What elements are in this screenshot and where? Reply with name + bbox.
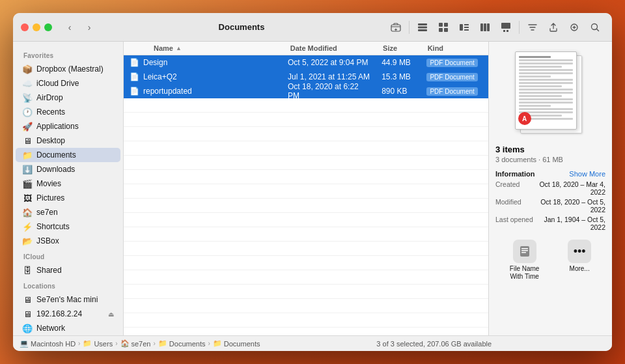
kind-badge: PDF Document <box>426 87 477 96</box>
file-row-reportupdated[interactable]: 📄 reportupdated Oct 18, 2020 at 6:22 PM … <box>124 84 488 98</box>
breadcrumb-documents[interactable]: 📁 Documents <box>158 339 206 348</box>
created-label: Created <box>495 180 520 196</box>
sidebar-item-label: Se7en's Mac mini <box>36 295 98 304</box>
col-kind-header[interactable]: Kind <box>423 44 488 52</box>
sidebar-item-label: Movies <box>36 179 61 188</box>
file-date: Oct 18, 2020 at 6:22 PM <box>283 82 376 100</box>
show-more-button[interactable]: Show More <box>569 170 605 178</box>
sidebar-item-shared[interactable]: 🗄Shared <box>16 263 120 277</box>
sidebar-item-desktop[interactable]: 🖥Desktop <box>16 133 120 148</box>
sidebar-item-pictures[interactable]: 🖼Pictures <box>16 191 120 205</box>
doc-line <box>519 69 573 71</box>
finder-window: ‹ › Documents <box>13 13 612 351</box>
view-column-icon[interactable] <box>476 18 494 36</box>
users-folder-icon: 📁 <box>83 339 92 348</box>
view-gallery-icon[interactable] <box>497 18 515 36</box>
empty-row <box>124 184 488 199</box>
sidebar-item-icloud-drive[interactable]: ☁️iCloud Drive <box>16 76 120 91</box>
action1-label: File NameWith Time <box>510 265 540 281</box>
sidebar-item-movies[interactable]: 🎬Movies <box>16 176 120 191</box>
breadcrumb-sep1: › <box>78 340 80 347</box>
breadcrumb-se7en[interactable]: 🏠 se7en <box>120 339 151 348</box>
info-row-modified: Modified Oct 18, 2020 – Oct 5, 2022 <box>495 198 605 214</box>
view-list-icon[interactable] <box>413 18 432 36</box>
sidebar-item-airdrop[interactable]: 📡AirDrop <box>16 91 120 105</box>
sidebar-item-shortcuts[interactable]: ⚡Shortcuts <box>16 219 120 234</box>
downloads-icon: ⬇️ <box>22 164 33 175</box>
empty-row <box>124 270 488 285</box>
minimize-button[interactable] <box>33 23 40 31</box>
created-value: Oct 18, 2020 – Mar 4, 2022 <box>534 180 605 196</box>
empty-row <box>124 227 488 242</box>
maximize-button[interactable] <box>44 23 52 31</box>
breadcrumb-users[interactable]: 📁 Users <box>83 339 113 348</box>
column-header: Name ▲ Date Modified Size Kind <box>124 42 488 55</box>
file-size: 15.3 MB <box>376 72 421 81</box>
view-detail-icon[interactable] <box>455 18 473 36</box>
svg-rect-14 <box>487 23 490 31</box>
col-name-header[interactable]: Name ▲ <box>124 44 285 52</box>
sidebar-item-label: Documents <box>36 150 76 160</box>
doc-badge-icon: A <box>518 112 531 125</box>
close-button[interactable] <box>21 23 29 31</box>
file-kind: PDF Document <box>421 58 488 67</box>
sidebar-item-recents[interactable]: 🕐Recents <box>16 105 120 119</box>
col-date-header[interactable]: Date Modified <box>285 44 378 52</box>
col-size-header[interactable]: Size <box>378 44 423 52</box>
empty-row <box>124 156 488 170</box>
sidebar-item-label: 192.168.2.24 <box>36 309 82 318</box>
empty-row <box>124 170 488 184</box>
sidebar-item-se7en[interactable]: 🏠se7en <box>16 205 120 219</box>
titlebar: ‹ › Documents <box>13 13 612 42</box>
svg-rect-15 <box>501 23 510 29</box>
sidebar-item-network-ip[interactable]: 🖥192.168.2.24⏏ <box>16 307 120 321</box>
search-icon[interactable] <box>586 18 604 36</box>
back-button[interactable]: ‹ <box>62 20 77 35</box>
forward-button[interactable]: › <box>82 20 96 35</box>
doc-line <box>519 82 573 84</box>
sidebar-item-jsbox[interactable]: 📂JSBox <box>16 234 120 248</box>
breadcrumb-documents2[interactable]: 📁 Documents <box>213 339 260 348</box>
jsbox-icon: 📂 <box>22 236 33 246</box>
share-icon[interactable] <box>544 18 562 36</box>
file-name: Design <box>143 58 167 67</box>
action-more[interactable]: ••• More... <box>568 240 591 281</box>
file-row-design[interactable]: 📄 Design Oct 5, 2022 at 9:04 PM 44.9 MB … <box>124 55 488 70</box>
sort-arrow-icon: ▲ <box>176 45 182 51</box>
svg-rect-13 <box>484 23 486 31</box>
svg-rect-8 <box>460 24 463 31</box>
info-row-last-opened: Last opened Jan 1, 1904 – Oct 5, 2022 <box>495 216 605 231</box>
breadcrumb-macintosh[interactable]: 💻 Macintosh HD <box>20 339 76 348</box>
empty-row <box>124 285 488 299</box>
file-name-cell: 📄 reportupdated <box>124 86 283 96</box>
breadcrumb-sep2: › <box>115 340 117 347</box>
file-name: reportupdated <box>143 87 192 96</box>
eject-icon[interactable]: ⏏ <box>108 311 114 318</box>
recents-icon: 🕐 <box>22 107 33 117</box>
file-date: Oct 5, 2022 at 9:04 PM <box>283 58 376 67</box>
empty-row <box>124 98 488 113</box>
view-icon-icon[interactable] <box>434 18 452 36</box>
preview-item-count: 3 items <box>495 145 605 154</box>
airdrop-icon: 📡 <box>22 92 33 103</box>
file-name-cell: 📄 Design <box>124 57 283 68</box>
doc-line <box>519 105 551 107</box>
sidebar-item-documents[interactable]: 📁Documents <box>16 148 120 162</box>
action-filename-time[interactable]: File NameWith Time <box>510 240 540 281</box>
sidebar-item-label: Pictures <box>36 193 64 203</box>
doc-line <box>519 59 573 61</box>
new-folder-icon[interactable] <box>387 18 405 36</box>
sidebar-item-applications[interactable]: 🚀Applications <box>16 119 120 133</box>
sidebar-item-downloads[interactable]: ⬇️Downloads <box>16 162 120 176</box>
tags-icon[interactable] <box>565 18 583 36</box>
sidebar-section-label: Locations <box>13 277 123 292</box>
doc-line <box>519 63 573 64</box>
sort-icon[interactable] <box>523 18 542 36</box>
sidebar-item-mac-mini[interactable]: 🖥Se7en's Mac mini <box>16 292 120 307</box>
empty-row <box>124 242 488 256</box>
empty-row <box>124 256 488 270</box>
sidebar-item-label: Downloads <box>36 165 75 174</box>
sidebar-item-dropbox[interactable]: 📦Dropbox (Maestral) <box>16 62 120 76</box>
status-text: 3 of 3 selected, 207.06 GB available <box>262 340 605 348</box>
sidebar-item-network[interactable]: 🌐Network <box>16 321 120 335</box>
